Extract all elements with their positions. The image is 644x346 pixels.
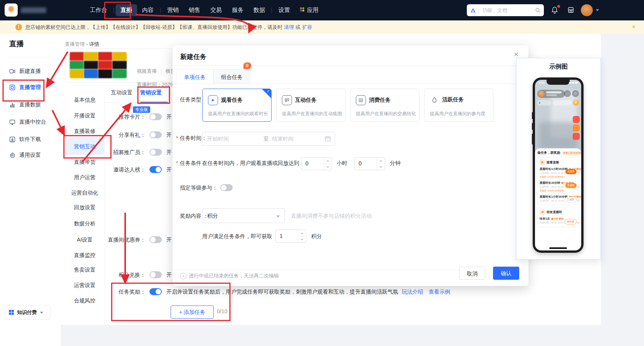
task-item: 观看时长30分钟+10 积分 任务时间：08-21 20:00 至 08-21 … <box>540 181 577 193</box>
nav-item-trade[interactable]: 交易 <box>205 4 227 16</box>
minutes-stepper[interactable]: 0 <box>354 157 385 170</box>
streamer-info-pill[interactable] <box>537 90 565 98</box>
sidebar-item-live-console[interactable]: 直播中控台 <box>0 116 61 129</box>
banner-expand-link[interactable]: 扩容 <box>302 24 312 31</box>
nav-item-live[interactable]: 直播 <box>116 4 137 16</box>
info-divider: | <box>161 68 162 74</box>
stepper-arrows[interactable] <box>377 158 385 170</box>
nav-item-content[interactable]: 内容 <box>137 4 159 16</box>
pro-version-badge: 专业版 <box>133 106 150 113</box>
claim-button[interactable]: 去领取 <box>565 183 577 188</box>
new-live-icon <box>9 68 15 74</box>
nav-item-settings[interactable]: 设置 <box>273 4 295 16</box>
cancel-button[interactable]: 取消 <box>459 267 485 280</box>
reward-hint: 直播间消费不参与店铺的积分活动 <box>291 213 372 220</box>
nav-item-service[interactable]: 服务 <box>227 4 248 16</box>
notification-bell-icon[interactable] <box>551 6 559 15</box>
settings-nav-replay-settings[interactable]: 回放设置 <box>65 202 104 213</box>
task-type-card-watch[interactable]: 观看任务 提高用户在直播间的观看时长 <box>202 89 272 122</box>
sheet-title: 做任务，获奖励 <box>537 151 560 155</box>
hours-value[interactable]: 0 <box>305 160 309 166</box>
global-search[interactable] <box>467 4 544 16</box>
streamer-subtitle-blurred <box>546 94 557 96</box>
task-type-card-active[interactable]: 活跃任务 提高用户在直播间的参与度 <box>424 89 493 122</box>
stepper-arrows[interactable] <box>324 158 332 170</box>
nav-menu: 工作台 直播 内容 营销 销售 交易 服务 数据 设置 应用 <box>85 0 324 20</box>
tab-single-task[interactable]: 单项任务 <box>176 69 213 84</box>
settings-nav-user-operation[interactable]: 用户运营 <box>65 172 104 183</box>
gameplay-intro-link[interactable]: 玩法介绍 <box>402 289 423 295</box>
toggle-task-reward[interactable] <box>149 288 162 295</box>
nav-item-workbench[interactable]: 工作台 <box>85 4 112 16</box>
stepper-arrows[interactable] <box>298 230 306 242</box>
toggle-recommend-card[interactable] <box>149 113 162 120</box>
coin-icon[interactable]: ¥ <box>573 99 579 106</box>
power-icon[interactable]: ⏻ <box>572 90 579 97</box>
avatar-chevron-down-icon[interactable] <box>596 9 599 11</box>
notification-dot <box>557 5 560 8</box>
brand-logo[interactable] <box>5 3 18 17</box>
gift-icon[interactable] <box>573 124 580 131</box>
task-type-card-consume[interactable]: 消费任务 提高用户在直播间的交易转化 <box>350 89 419 122</box>
sidebar-item-live-data[interactable]: 直播数据 <box>0 98 61 111</box>
toggle-invite-ranking[interactable] <box>149 166 162 173</box>
search-input[interactable] <box>481 7 535 13</box>
tab-marketing-settings[interactable]: 营销设置 <box>140 89 162 96</box>
store-icon[interactable] <box>567 6 575 15</box>
red-packet-icon[interactable] <box>573 116 580 123</box>
confirm-button[interactable]: 确认 <box>493 267 519 280</box>
toggle-level-participate[interactable] <box>220 184 233 191</box>
settings-nav-data-analysis[interactable]: 数据分析 <box>65 218 104 229</box>
sheet-rewards-link[interactable]: 查看已获得的奖励 > <box>562 151 582 155</box>
nav-item-marketing[interactable]: 营销 <box>162 4 184 16</box>
settings-nav-operation-automation[interactable]: 运营自动化 <box>65 187 104 198</box>
settings-nav-basic-info[interactable]: 基本信息 <box>65 94 104 105</box>
view-example-link[interactable]: 查看示例 <box>429 289 450 295</box>
toggle-share-gift[interactable] <box>149 131 162 138</box>
sidebar-item-new-live[interactable]: 新建直播 <box>0 65 61 78</box>
user-avatar[interactable] <box>581 4 593 16</box>
row-partial-text: 开 <box>166 132 172 139</box>
breadcrumb-parent[interactable]: 直播管理 <box>65 41 85 47</box>
activity-icon[interactable] <box>573 133 580 140</box>
nav-item-apps[interactable]: 应用 <box>295 4 324 16</box>
go-watch-button[interactable]: 去观看 <box>565 169 577 174</box>
sidebar-item-software-download[interactable]: 软件下载 <box>0 133 61 146</box>
live-data-icon <box>9 102 15 108</box>
minutes-value[interactable]: 0 <box>359 160 362 166</box>
floating-entry-icons[interactable] <box>573 116 580 140</box>
gain-amount-stepper[interactable]: 1 <box>275 230 306 243</box>
task-time-range-input[interactable]: 开始时间 至 结束时间 <box>202 132 335 146</box>
search-icon[interactable] <box>535 7 541 13</box>
settings-nav-compliance[interactable]: 合规风控 <box>65 295 104 306</box>
tab-combo-task[interactable]: 组合任务 <box>213 69 250 84</box>
settings-nav-live-commerce[interactable]: 直播带货 <box>65 156 104 167</box>
blurred-scene <box>539 122 577 149</box>
toggle-live-coupon[interactable] <box>149 236 162 243</box>
phone-notch <box>547 80 570 85</box>
task-type-card-interact[interactable]: 互动任务 提高用户在直播间的互动氛围 <box>276 89 345 122</box>
sidebar-item-live-management[interactable]: 直播管理 <box>0 81 61 94</box>
settings-nav-live-monitor[interactable]: 直播监控 <box>65 250 104 260</box>
task-reward-description: 开启并设置任务奖励后，用户完成任务即可获取奖励，刺激用户观看和互动，提升直播间活… <box>166 289 452 296</box>
go-share-button[interactable]: 去转发 <box>565 219 577 225</box>
banner-close-icon[interactable]: × <box>632 24 636 30</box>
toggle-points-exchange[interactable] <box>149 271 162 278</box>
more-icon[interactable]: ⋯ <box>564 90 571 97</box>
banner-clean-link[interactable]: 清理 <box>284 24 294 31</box>
tab-interaction-settings[interactable]: 互动设置 <box>111 89 132 96</box>
reward-type-select[interactable]: 积分 <box>202 208 285 223</box>
live-type-row: 视频直播 | 横屏 <box>137 68 176 75</box>
toggle-recruit-promoter[interactable] <box>149 149 162 156</box>
gain-amount-value[interactable]: 1 <box>280 233 283 239</box>
sidebar-item-general-settings[interactable]: 通用设置 <box>0 149 61 162</box>
calendar-icon <box>325 136 331 142</box>
knowledge-pay-switcher[interactable]: 知识付费 <box>5 305 51 320</box>
nav-item-data[interactable]: 数据 <box>248 4 270 16</box>
hours-stepper[interactable]: 0 <box>301 157 332 170</box>
status-clock: 9:41 <box>538 81 545 84</box>
nav-item-sales[interactable]: 销售 <box>184 4 205 16</box>
tab-bottom-border <box>104 102 173 103</box>
add-task-button[interactable]: + 添加任务 <box>171 306 214 319</box>
claimed-button[interactable]: 已领取 <box>565 197 577 203</box>
